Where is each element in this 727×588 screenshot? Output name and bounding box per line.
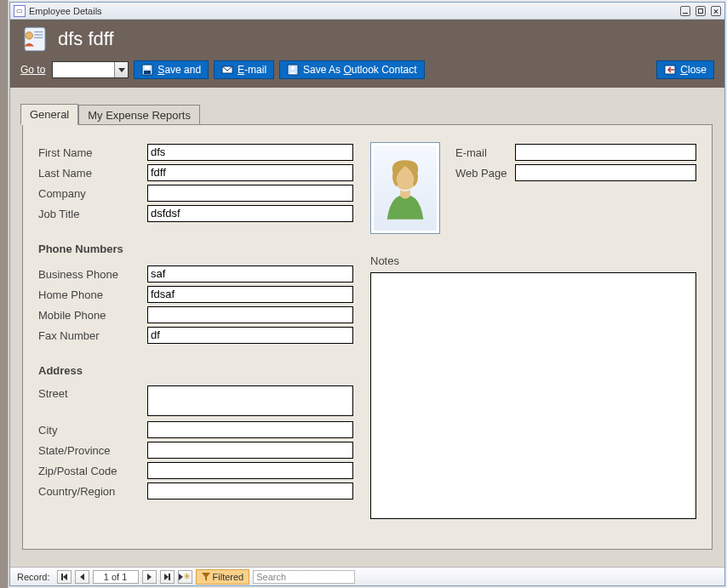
maximize-icon[interactable] — [696, 6, 706, 16]
record-label: Record: — [14, 572, 54, 582]
person-card-icon — [20, 25, 49, 54]
city-field[interactable] — [147, 421, 353, 438]
tab-expense-reports[interactable]: My Expense Reports — [78, 105, 200, 125]
company-field[interactable] — [147, 185, 353, 202]
email-button[interactable]: E-mail — [214, 60, 274, 79]
state-field[interactable] — [147, 442, 353, 459]
filtered-label: Filtered — [213, 572, 244, 582]
last-name-field[interactable]: fdff — [147, 164, 353, 181]
photo-attachment[interactable] — [370, 142, 440, 234]
fax-number-field[interactable]: df — [147, 327, 353, 344]
svg-point-10 — [291, 66, 295, 70]
first-record-button[interactable] — [57, 570, 72, 584]
state-label: State/Province — [38, 444, 147, 457]
record-position[interactable]: 1 of 1 — [93, 570, 139, 584]
email-field[interactable] — [515, 144, 696, 161]
street-field[interactable] — [147, 385, 353, 416]
next-record-button[interactable] — [142, 570, 157, 584]
zip-field[interactable] — [147, 462, 353, 479]
company-label: Company — [38, 187, 147, 200]
zip-label: Zip/Postal Code — [38, 465, 147, 477]
tab-general[interactable]: General — [20, 104, 78, 125]
tab-strip: General My Expense Reports — [20, 103, 713, 124]
email-label: E-mail — [238, 64, 266, 76]
window-title: Employee Details — [29, 6, 680, 16]
record-navigation-bar: Record: 1 of 1 ✳ Filtered Search — [10, 567, 724, 585]
save-and-label: Save and — [157, 64, 201, 76]
fax-number-label: Fax Number — [38, 329, 147, 342]
notes-label: Notes — [370, 254, 696, 267]
home-phone-field[interactable]: fdsaf — [147, 286, 353, 303]
job-title-field[interactable]: dsfdsf — [147, 205, 353, 222]
goto-combo[interactable] — [52, 61, 129, 78]
tab-panel-general: First Name dfs Last Name fdff Company Jo… — [22, 124, 713, 550]
svg-rect-7 — [145, 66, 150, 69]
funnel-icon — [202, 573, 210, 581]
svg-point-4 — [26, 32, 33, 40]
form-header: dfs fdff Go to Save and E-mail Save As O… — [10, 20, 724, 88]
chevron-down-icon[interactable] — [114, 62, 128, 77]
home-phone-label: Home Phone — [38, 288, 147, 301]
new-record-button[interactable]: ✳ — [178, 570, 192, 584]
email-label: E-mail — [455, 146, 515, 159]
form-icon: ▭ — [14, 5, 26, 17]
goto-label[interactable]: Go to — [20, 64, 45, 76]
last-name-label: Last Name — [38, 167, 147, 180]
webpage-field[interactable] — [515, 164, 696, 181]
webpage-label: Web Page — [455, 167, 515, 180]
phone-section-heading: Phone Numbers — [38, 243, 353, 255]
save-and-button[interactable]: Save and — [134, 60, 209, 79]
svg-rect-6 — [144, 71, 151, 74]
business-phone-field[interactable]: saf — [147, 265, 353, 283]
business-phone-label: Business Phone — [38, 268, 147, 281]
mobile-phone-field[interactable] — [147, 306, 353, 323]
toolbar: Go to Save and E-mail Save As Outlook Co… — [20, 60, 714, 79]
save-outlook-button[interactable]: Save As Outlook Contact — [279, 60, 424, 79]
avatar — [374, 146, 437, 231]
prev-record-button[interactable] — [75, 570, 89, 584]
first-name-field[interactable]: dfs — [147, 144, 353, 161]
left-gutter — [0, 0, 9, 588]
last-record-button[interactable] — [160, 570, 175, 584]
window-titlebar: ▭ Employee Details — [10, 3, 724, 20]
page-title: dfs fdff — [58, 28, 114, 50]
job-title-label: Job Title — [38, 208, 147, 220]
save-outlook-label: Save As Outlook Contact — [303, 64, 416, 76]
close-window-icon[interactable] — [711, 6, 721, 16]
notes-field[interactable] — [370, 272, 696, 519]
filtered-indicator[interactable]: Filtered — [196, 569, 250, 585]
country-field[interactable] — [147, 482, 353, 500]
mobile-phone-label: Mobile Phone — [38, 309, 147, 322]
employee-details-window: ▭ Employee Details dfs fdff Go — [9, 2, 725, 586]
country-label: Country/Region — [38, 485, 147, 498]
form-body: General My Expense Reports First Name df… — [10, 88, 724, 567]
first-name-label: First Name — [38, 146, 147, 159]
close-label: Close — [680, 64, 707, 76]
address-section-heading: Address — [38, 364, 353, 377]
close-button[interactable]: Close — [656, 60, 714, 79]
minimize-icon[interactable] — [680, 6, 690, 16]
city-label: City — [38, 424, 147, 437]
street-label: Street — [38, 385, 147, 400]
search-input[interactable]: Search — [253, 570, 355, 584]
